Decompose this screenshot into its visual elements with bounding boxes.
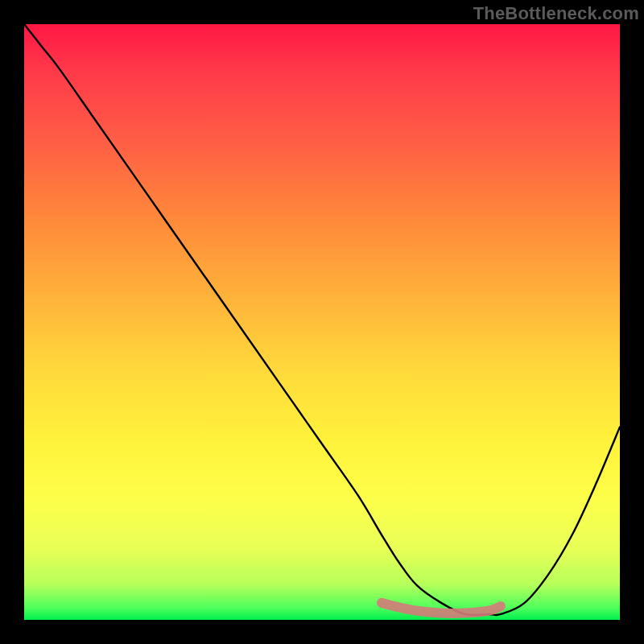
chart-frame: TheBottleneck.com bbox=[0, 0, 644, 644]
highlight-band bbox=[382, 603, 501, 613]
plot-area bbox=[24, 24, 620, 620]
watermark-text: TheBottleneck.com bbox=[473, 3, 639, 24]
chart-svg bbox=[24, 24, 620, 620]
bottleneck-curve bbox=[24, 24, 620, 615]
